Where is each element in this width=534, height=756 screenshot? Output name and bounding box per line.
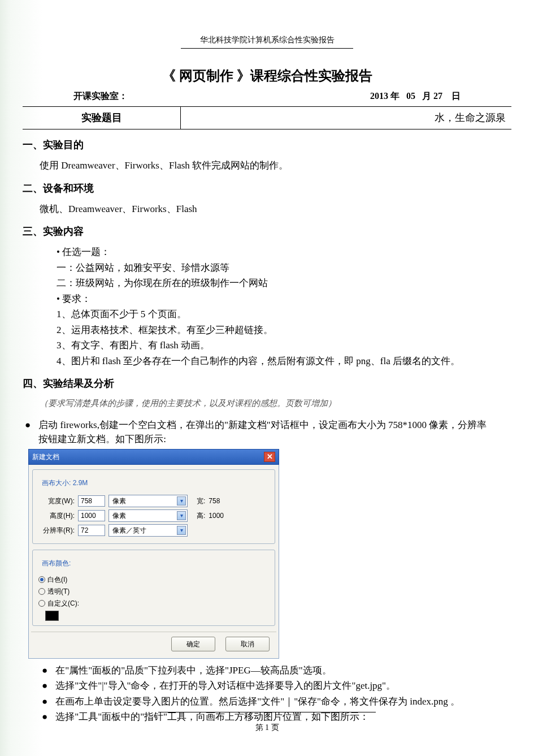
month: 05 <box>406 91 415 101</box>
resolution-input[interactable] <box>78 525 105 536</box>
page-header: 华北科技学院计算机系综合性实验报告 <box>181 34 353 49</box>
step-item: ●在画布上单击设定要导入图片的位置。然后选择"文件"｜"保存"命令，将文件保存为… <box>40 694 511 709</box>
list-item: 1、总体页面不少于 5 个页面。 <box>57 307 511 322</box>
step-1-line2: 按钮建立新文档。如下图所示: <box>38 432 487 447</box>
bullet-icon: ● <box>42 694 47 709</box>
main-title: 《 网页制作 》课程综合性实验报告 <box>23 66 511 86</box>
subtitle-row: 开课实验室： 2013 年 05 月 27 日 <box>23 89 511 107</box>
step-1: ● 启动 fireworks,创建一个空白文档，在弹出的"新建文档"对话框中，设… <box>23 418 511 447</box>
resolution-unit-text: 像素／英寸 <box>112 525 146 535</box>
cancel-button[interactable]: 取消 <box>225 637 270 651</box>
ok-button[interactable]: 确定 <box>171 637 215 651</box>
dialog-title-text: 新建文档 <box>32 452 59 462</box>
step-text: 在画布上单击设定要导入图片的位置。然后选择"文件"｜"保存"命令，将文件保存为 … <box>55 694 460 709</box>
lab-label: 开课实验室： <box>73 89 128 103</box>
bullet-icon: ● <box>42 710 47 724</box>
topic-value: 水，生命之源泉 <box>181 107 511 129</box>
resolution-label: 分辨率(R): <box>38 525 75 535</box>
bullet-icon: ● <box>25 418 31 433</box>
year: 2013 <box>370 91 388 101</box>
dialog-titlebar[interactable]: 新建文档 ✕ <box>28 449 279 465</box>
height-label: 高度(H): <box>38 511 75 521</box>
list-item: 2、运用表格技术、框架技术。有至少三种超链接。 <box>57 323 511 338</box>
radio-custom-label: 自定义(C): <box>47 598 79 608</box>
width-out-value: 758 <box>209 496 220 506</box>
section-4-note: （要求写清楚具体的步骤，使用的主要技术，以及对课程的感想。页数可增加） <box>40 397 511 410</box>
section-1-body: 使用 Dreamweaver、Firworks、Flash 软件完成网站的制作。 <box>40 158 511 173</box>
month-unit: 月 <box>422 91 431 101</box>
day: 27 <box>433 91 442 101</box>
step-item: ●在"属性"面板的"品质"下拉列表中，选择"JPEG—较高品质"选项。 <box>40 663 511 678</box>
radio-icon <box>38 576 45 583</box>
width-input[interactable] <box>78 495 105 507</box>
width-out-label: 宽: <box>197 496 205 506</box>
section-2-heading: 二、设备和环境 <box>23 181 511 196</box>
height-out-value: 1000 <box>209 511 224 521</box>
bullet-icon: ● <box>42 679 47 693</box>
radio-white-label: 白色(I) <box>47 574 67 585</box>
width-unit-text: 像素 <box>112 496 126 506</box>
section-3-list: 任选一题：一：公益网站，如雅安平安、珍惜水源等二：班级网站，为你现在所在的班级制… <box>57 245 511 368</box>
step-item: ●选择"文件"|"导入"命令，在打开的导入对话框中选择要导入的图片文件"get.… <box>40 679 511 693</box>
topic-label: 实验题目 <box>23 107 181 129</box>
height-input[interactable] <box>78 510 105 521</box>
radio-transparent[interactable]: 透明(T) <box>38 586 269 597</box>
height-out-label: 高: <box>197 511 205 521</box>
step-1-line1: 启动 fireworks,创建一个空白文档，在弹出的"新建文档"对话框中，设定画… <box>38 418 487 433</box>
color-swatch[interactable] <box>45 611 59 621</box>
list-item: 二：班级网站，为你现在所在的班级制作一个网站 <box>57 276 511 291</box>
list-item: 要求： <box>57 292 511 306</box>
topic-row: 实验题目 水，生命之源泉 <box>23 107 511 129</box>
chevron-down-icon: ▾ <box>177 526 186 535</box>
step-text: 选择"文件"|"导入"命令，在打开的导入对话框中选择要导入的图片文件"get.j… <box>55 679 396 693</box>
page-footer: 第 1 页 <box>158 712 376 733</box>
radio-icon <box>38 588 45 595</box>
day-unit: 日 <box>451 91 461 101</box>
section-1-heading: 一、实验目的 <box>23 137 511 153</box>
chevron-down-icon: ▾ <box>177 511 186 520</box>
resolution-unit-select[interactable]: 像素／英寸 ▾ <box>108 524 188 537</box>
height-unit-select[interactable]: 像素 ▾ <box>108 509 188 522</box>
bullet-icon: ● <box>42 663 47 678</box>
close-icon[interactable]: ✕ <box>264 452 275 462</box>
list-item: 任选一题： <box>57 245 511 260</box>
section-4-heading: 四、实验结果及分析 <box>23 376 511 391</box>
width-unit-select[interactable]: 像素 ▾ <box>108 495 188 507</box>
width-label: 宽度(W): <box>38 496 75 506</box>
year-unit: 年 <box>390 91 400 101</box>
new-document-dialog: 新建文档 ✕ 画布大小: 2.9M 宽度(W): 像素 ▾ 宽: 758 高度(… <box>28 449 279 659</box>
radio-transparent-label: 透明(T) <box>47 586 70 597</box>
canvas-size-legend: 画布大小: 2.9M <box>40 478 90 488</box>
radio-white[interactable]: 白色(I) <box>38 574 269 585</box>
list-item: 一：公益网站，如雅安平安、珍惜水源等 <box>57 261 511 275</box>
list-item: 4、图片和 flash 至少各存在一个自己制作的内容，然后附有源文件，即 png… <box>57 354 511 369</box>
radio-icon <box>38 600 45 607</box>
chevron-down-icon: ▾ <box>177 496 186 506</box>
step-text: 在"属性"面板的"品质"下拉列表中，选择"JPEG—较高品质"选项。 <box>55 663 331 678</box>
canvas-color-legend: 画布颜色: <box>40 558 73 568</box>
list-item: 3、有文字、有图片、有 flash 动画。 <box>57 338 511 353</box>
height-unit-text: 像素 <box>112 511 126 521</box>
section-2-body: 微机、Dreamweaver、Firworks、Flash <box>40 202 511 217</box>
radio-custom[interactable]: 自定义(C): <box>38 598 269 608</box>
section-3-heading: 三、实验内容 <box>23 224 511 239</box>
